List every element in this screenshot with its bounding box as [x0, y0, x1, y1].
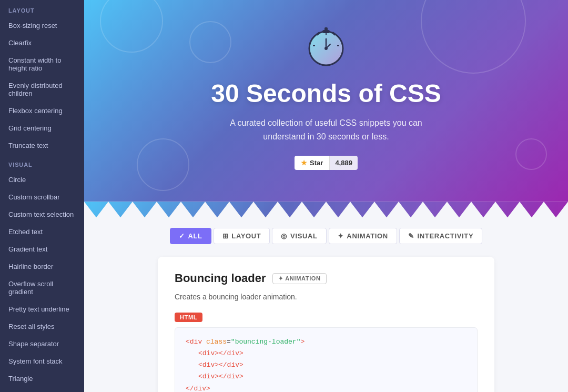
sidebar-item-gradient-text[interactable]: Gradient text	[0, 240, 84, 258]
sidebar: Layout Box-sizing reset Clearfix Constan…	[0, 0, 84, 392]
tab-layout-label: LAYOUT	[231, 232, 261, 240]
tab-interactivity[interactable]: ✎ INTERACTIVITY	[399, 228, 482, 244]
tab-all-icon: ✓	[179, 232, 185, 240]
sidebar-item-constant-width[interactable]: Constant width to height ratio	[0, 52, 84, 77]
sidebar-item-clearfix[interactable]: Clearfix	[0, 34, 84, 52]
tab-interactivity-icon: ✎	[408, 232, 414, 240]
sidebar-item-circle[interactable]: Circle	[0, 171, 84, 188]
html-code-block: <div class="bouncing-loader"> <div></div…	[175, 327, 478, 392]
card-title-row: Bouncing loader ✦ ANIMATION	[175, 272, 478, 285]
sidebar-section-visual: Visual	[0, 154, 84, 171]
tab-visual-label: VISUAL	[290, 232, 318, 240]
zigzag-divider	[84, 202, 568, 217]
sidebar-item-hairline-border[interactable]: Hairline border	[0, 258, 84, 275]
sidebar-item-etched-text[interactable]: Etched text	[0, 223, 84, 240]
sidebar-item-shape-separator[interactable]: Shape separator	[0, 335, 84, 353]
sidebar-item-triangle[interactable]: Triangle	[0, 370, 84, 387]
hero-title: 30 Seconds of CSS	[95, 79, 557, 108]
sidebar-item-truncate[interactable]: Truncate text	[0, 137, 84, 154]
sidebar-item-grid[interactable]: Grid centering	[0, 119, 84, 137]
tab-layout[interactable]: ⊞ LAYOUT	[214, 228, 270, 244]
tab-animation[interactable]: ✦ ANIMATION	[329, 228, 397, 244]
sidebar-item-flexbox[interactable]: Flexbox centering	[0, 102, 84, 119]
code-card: Bouncing loader ✦ ANIMATION Creates a bo…	[158, 257, 494, 392]
sidebar-item-reset-styles[interactable]: Reset all styles	[0, 318, 84, 335]
sidebar-item-pretty-underline[interactable]: Pretty text underline	[0, 300, 84, 318]
sidebar-item-custom-text-selection[interactable]: Custom text selection	[0, 206, 84, 223]
tab-visual[interactable]: ◎ VISUAL	[272, 228, 326, 244]
code-line-4: <div></div>	[198, 371, 466, 383]
card-title: Bouncing loader	[175, 272, 266, 285]
hero-section: 30 Seconds of CSS A curated collection o…	[84, 0, 568, 202]
stopwatch-icon	[302, 21, 350, 68]
tab-interactivity-label: INTERACTIVITY	[418, 232, 474, 240]
code-line-3: <div></div>	[198, 359, 466, 371]
tab-animation-label: ANIMATION	[347, 232, 388, 240]
code-line-2: <div></div>	[198, 348, 466, 359]
star-button[interactable]: ★ Star	[295, 156, 329, 170]
sidebar-item-custom-scrollbar[interactable]: Custom scrollbar	[0, 188, 84, 206]
badge-icon: ✦	[278, 275, 283, 282]
sidebar-section-layout: Layout	[0, 0, 84, 17]
filter-tabs: ✓ ALL ⊞ LAYOUT ◎ VISUAL ✦ ANIMATION ✎ IN…	[100, 228, 552, 244]
sidebar-item-box-sizing[interactable]: Box-sizing reset	[0, 17, 84, 34]
sidebar-item-overflow-scroll[interactable]: Overflow scroll gradient	[0, 275, 84, 300]
star-label: Star	[310, 159, 323, 167]
sidebar-item-system-font[interactable]: System font stack	[0, 353, 84, 370]
deco-circle-2	[189, 21, 231, 63]
star-count: 4,889	[329, 156, 358, 170]
tab-visual-icon: ◎	[281, 232, 287, 240]
svg-rect-2	[324, 27, 328, 32]
deco-circle-5	[137, 138, 189, 191]
deco-circle-3	[421, 0, 526, 74]
tab-all-label: ALL	[188, 232, 202, 240]
card-badge: ✦ ANIMATION	[272, 273, 327, 284]
html-label: HTML	[175, 313, 202, 322]
card-description: Creates a bouncing loader animation.	[175, 292, 478, 303]
hero-description: A curated collection of useful CSS snipp…	[221, 116, 431, 143]
tab-all[interactable]: ✓ ALL	[170, 228, 211, 244]
content-area: ✓ ALL ⊞ LAYOUT ◎ VISUAL ✦ ANIMATION ✎ IN…	[84, 217, 568, 392]
star-icon: ★	[301, 159, 307, 167]
deco-circle-1	[100, 0, 163, 53]
code-line-1: <div class="bouncing-loader">	[186, 336, 466, 348]
main-content: 30 Seconds of CSS A curated collection o…	[84, 0, 568, 392]
badge-label: ANIMATION	[285, 275, 320, 282]
star-button-group: ★ Star 4,889	[295, 156, 358, 170]
tab-animation-icon: ✦	[338, 232, 344, 240]
deco-circle-4	[515, 138, 547, 170]
svg-point-10	[324, 47, 328, 50]
sidebar-item-evenly-distributed[interactable]: Evenly distributed children	[0, 77, 84, 102]
tab-layout-icon: ⊞	[222, 232, 229, 240]
code-line-5: </div>	[186, 383, 466, 392]
